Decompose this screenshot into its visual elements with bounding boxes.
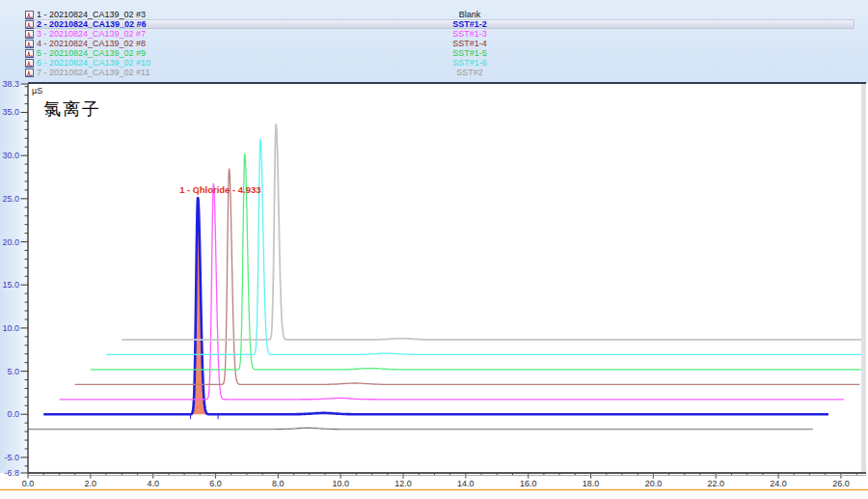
y-tick-label: 35.0 — [2, 107, 19, 117]
x-tick-label: 0.0 — [22, 479, 35, 488]
y-unit-label: µS — [32, 86, 42, 96]
y-tick-label: 20.0 — [2, 237, 19, 247]
x-tick-label: 14.0 — [457, 479, 475, 488]
x-tick-label: 20.0 — [645, 479, 663, 488]
y-tick-label: 10.0 — [2, 323, 19, 333]
x-tick-label: 2.0 — [85, 479, 97, 488]
y-tick-label: 5.0 — [7, 367, 19, 376]
x-tick-label: 8.0 — [272, 479, 285, 488]
y-tick-label: -6.8 — [4, 468, 19, 478]
y-tick-label: 25.0 — [2, 194, 19, 204]
x-tick-label: 10.0 — [332, 479, 349, 488]
x-tick-label: 12.0 — [394, 479, 412, 488]
x-tick-label: 16.0 — [520, 479, 537, 488]
x-tick-label: 18.0 — [583, 479, 600, 488]
chromatography-workspace: 1 - 20210824_CA139_02 #3Blank2 - 2021082… — [0, 0, 868, 499]
x-tick-label: 24.0 — [770, 479, 787, 488]
y-tick-label: 38.3 — [2, 79, 19, 89]
x-tick-label: 6.0 — [209, 479, 222, 488]
y-tick-label: -5.0 — [4, 453, 19, 462]
plot-right-strip — [861, 84, 866, 473]
x-tick-label: 22.0 — [707, 479, 724, 488]
x-tick-label: 4.0 — [147, 479, 159, 488]
y-tick-label: 30.0 — [2, 151, 19, 160]
y-tick-label: 0.0 — [7, 409, 19, 419]
y-tick-label: 15.0 — [2, 280, 19, 290]
chromatogram-plot[interactable]: -5.00.05.010.015.020.025.030.035.038.3-6… — [0, 0, 868, 499]
peak-annotation: 1 - Chloride - 4.933 — [179, 184, 260, 195]
x-tick-label: 26.0 — [832, 479, 850, 488]
plot-title: 氯离子 — [43, 97, 101, 121]
